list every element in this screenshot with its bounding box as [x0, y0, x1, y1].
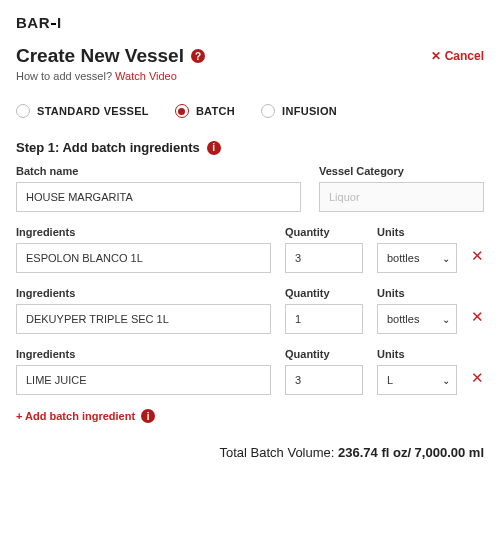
info-icon[interactable]: i	[207, 141, 221, 155]
quantity-label: Quantity	[285, 226, 363, 238]
info-icon[interactable]: i	[141, 409, 155, 423]
radio-infusion[interactable]: INFUSION	[261, 104, 337, 118]
remove-row-button[interactable]: ✕	[471, 308, 484, 334]
cancel-button[interactable]: ✕ Cancel	[431, 49, 484, 63]
total-volume: Total Batch Volume: 236.74 fl oz/ 7,000.…	[16, 445, 484, 460]
units-label: Units	[377, 348, 457, 360]
radio-standard-vessel[interactable]: STANDARD VESSEL	[16, 104, 149, 118]
step-heading: Step 1: Add batch ingredients i	[16, 140, 484, 155]
ingredients-label: Ingredients	[16, 287, 271, 299]
add-ingredient-button[interactable]: + Add batch ingredient i	[16, 409, 484, 423]
batch-name-label: Batch name	[16, 165, 301, 177]
logo: BARI	[16, 14, 484, 31]
quantity-label: Quantity	[285, 348, 363, 360]
help-icon[interactable]: ?	[191, 49, 205, 63]
batch-name-input[interactable]	[16, 182, 301, 212]
units-select[interactable]: bottles	[377, 304, 457, 334]
quantity-label: Quantity	[285, 287, 363, 299]
vessel-category-label: Vessel Category	[319, 165, 484, 177]
ingredient-input[interactable]	[16, 365, 271, 395]
watch-video-link[interactable]: Watch Video	[115, 70, 177, 82]
ingredient-row: IngredientsQuantityUnitsL⌄✕	[16, 348, 484, 395]
remove-row-button[interactable]: ✕	[471, 369, 484, 395]
vessel-type-radios: STANDARD VESSEL BATCH INFUSION	[16, 104, 484, 118]
radio-batch[interactable]: BATCH	[175, 104, 235, 118]
units-label: Units	[377, 287, 457, 299]
page-title: Create New Vessel ?	[16, 45, 205, 67]
ingredient-input[interactable]	[16, 243, 271, 273]
units-select[interactable]: bottles	[377, 243, 457, 273]
units-select[interactable]: L	[377, 365, 457, 395]
ingredient-row: IngredientsQuantityUnitsbottles⌄✕	[16, 226, 484, 273]
ingredients-label: Ingredients	[16, 226, 271, 238]
ingredient-row: IngredientsQuantityUnitsbottles⌄✕	[16, 287, 484, 334]
close-icon: ✕	[431, 49, 441, 63]
ingredients-label: Ingredients	[16, 348, 271, 360]
subtitle: How to add vessel? Watch Video	[16, 70, 484, 82]
remove-row-button[interactable]: ✕	[471, 247, 484, 273]
quantity-input[interactable]	[285, 365, 363, 395]
vessel-category-input	[319, 182, 484, 212]
quantity-input[interactable]	[285, 243, 363, 273]
ingredient-input[interactable]	[16, 304, 271, 334]
units-label: Units	[377, 226, 457, 238]
quantity-input[interactable]	[285, 304, 363, 334]
